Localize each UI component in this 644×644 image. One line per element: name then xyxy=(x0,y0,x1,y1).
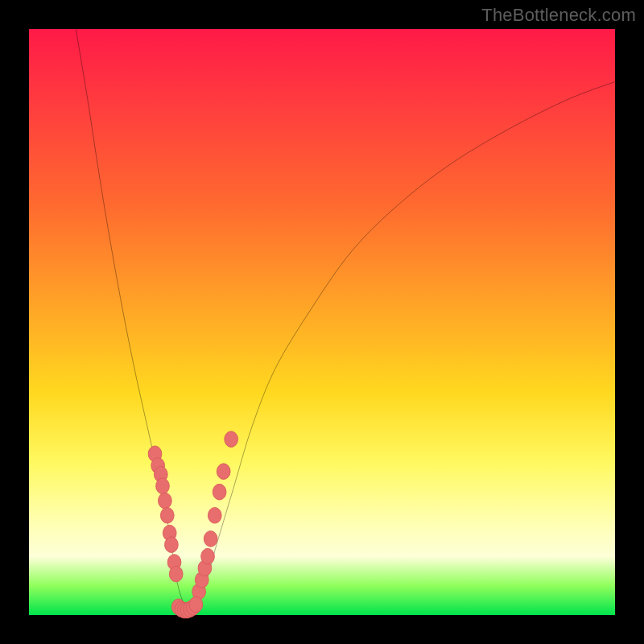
data-marker xyxy=(201,548,215,564)
data-marker xyxy=(204,531,217,547)
curve-layer xyxy=(76,29,615,612)
data-marker xyxy=(169,566,183,582)
data-marker xyxy=(189,597,203,613)
chart-svg xyxy=(29,29,615,615)
watermark-text: TheBottleneck.com xyxy=(481,5,636,26)
data-marker xyxy=(160,507,174,523)
plot-gradient-area xyxy=(29,29,615,615)
data-marker xyxy=(159,493,172,509)
outer-black-frame: TheBottleneck.com xyxy=(0,0,644,644)
marker-layer xyxy=(148,431,237,618)
data-marker xyxy=(156,478,170,494)
data-marker xyxy=(208,507,221,523)
bottleneck-curve-path xyxy=(76,29,615,612)
data-marker xyxy=(217,464,230,480)
data-marker xyxy=(225,431,238,448)
data-marker xyxy=(213,484,226,500)
data-marker xyxy=(165,537,179,553)
